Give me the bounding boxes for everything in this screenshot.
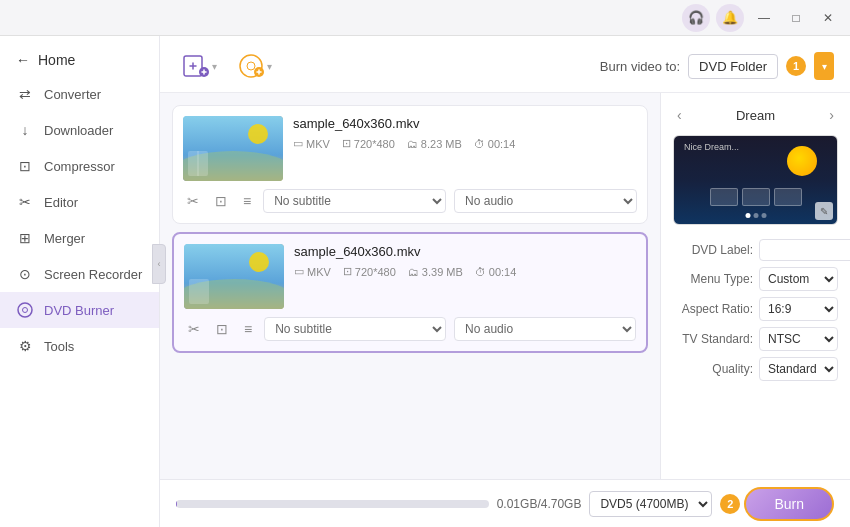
- svg-rect-15: [189, 279, 209, 304]
- file-card-2: sample_640x360.mkv ▭ MKV ⊡ 720*480: [172, 232, 648, 353]
- effects-button-2[interactable]: ≡: [240, 319, 256, 339]
- crop-button-1[interactable]: ⊡: [211, 191, 231, 211]
- file-meta-1: ▭ MKV ⊡ 720*480 🗂 8.23 MB: [293, 137, 637, 150]
- file-thumbnail-2: [184, 244, 284, 309]
- size-info: 0.01GB/4.70GB: [497, 497, 582, 511]
- svg-point-5: [247, 62, 255, 70]
- svg-point-9: [248, 124, 268, 144]
- menu-type-row: Menu Type: Custom None: [673, 267, 838, 291]
- format-icon-2: ▭: [294, 265, 304, 278]
- svg-point-1: [23, 308, 28, 313]
- edit-preview-button[interactable]: ✎: [815, 202, 833, 220]
- audio-select-2[interactable]: No audio: [454, 317, 636, 341]
- sidebar-collapse-button[interactable]: ‹: [152, 244, 166, 284]
- crop-button-2[interactable]: ⊡: [212, 319, 232, 339]
- quality-select[interactable]: Standard High Low: [759, 357, 838, 381]
- aspect-ratio-select[interactable]: 16:9 4:3: [759, 297, 838, 321]
- file-duration-1: ⏱ 00:14: [474, 137, 516, 150]
- right-panel: ‹ Dream › Nice Dream...: [660, 93, 850, 479]
- sidebar-item-dvd-burner[interactable]: DVD Burner: [0, 292, 159, 328]
- theme-prev-button[interactable]: ‹: [673, 105, 686, 125]
- burn-button[interactable]: Burn: [744, 487, 834, 521]
- aspect-ratio-label: Aspect Ratio:: [673, 302, 753, 316]
- add-file-arrow: ▾: [212, 61, 217, 72]
- dream-thumb-2: [742, 188, 770, 206]
- dvd-burner-icon: [16, 301, 34, 319]
- disc-type-select[interactable]: DVD5 (4700MB) DVD9 (8500MB): [589, 491, 712, 517]
- file-format-2: ▭ MKV: [294, 265, 331, 278]
- file-name-2: sample_640x360.mkv: [294, 244, 636, 259]
- sidebar-item-tools[interactable]: ⚙ Tools: [0, 328, 159, 364]
- size-icon-1: 🗂: [407, 138, 418, 150]
- sidebar-item-merger[interactable]: ⊞ Merger: [0, 220, 159, 256]
- dot-1: [745, 213, 750, 218]
- theme-preview: Nice Dream... ✎: [673, 135, 838, 225]
- maximize-button[interactable]: □: [782, 8, 810, 28]
- menu-type-select[interactable]: Custom None: [759, 267, 838, 291]
- file-format-1: ▭ MKV: [293, 137, 330, 150]
- clock-icon-2: ⏱: [475, 266, 486, 278]
- bottom-bar: 0.01GB/4.70GB DVD5 (4700MB) DVD9 (8500MB…: [160, 479, 850, 527]
- burn-folder-dropdown[interactable]: ▾: [814, 52, 834, 80]
- format-icon-1: ▭: [293, 137, 303, 150]
- content-area: ▾ ▾ Burn video to: DVD Folder 1 ▾: [160, 36, 850, 527]
- file-card-1: sample_640x360.mkv ▭ MKV ⊡ 720*480: [172, 105, 648, 224]
- cut-button-2[interactable]: ✂: [184, 319, 204, 339]
- main-layout: ← Home ⇄ Converter ↓ Downloader ⊡ Compre…: [0, 36, 850, 527]
- downloader-icon: ↓: [16, 121, 34, 139]
- subtitle-select-2[interactable]: No subtitle: [264, 317, 446, 341]
- file-controls-1: ✂ ⊡ ≡ No subtitle No audio: [183, 189, 637, 213]
- dvd-folder-button[interactable]: DVD Folder: [688, 54, 778, 79]
- cut-button-1[interactable]: ✂: [183, 191, 203, 211]
- sidebar-label-editor: Editor: [44, 195, 78, 210]
- size-icon-2: 🗂: [408, 266, 419, 278]
- add-file-button[interactable]: ▾: [176, 48, 223, 84]
- audio-select-1[interactable]: No audio: [454, 189, 637, 213]
- subtitle-select-1[interactable]: No subtitle: [263, 189, 446, 213]
- sidebar-label-screen-recorder: Screen Recorder: [44, 267, 142, 282]
- file-resolution-2: ⊡ 720*480: [343, 265, 396, 278]
- file-info-2: sample_640x360.mkv ▭ MKV ⊡ 720*480: [294, 244, 636, 278]
- dream-thumb-3: [774, 188, 802, 206]
- editor-icon: ✂: [16, 193, 34, 211]
- sidebar-item-editor[interactable]: ✂ Editor: [0, 184, 159, 220]
- dream-moon: [787, 146, 817, 176]
- add-media-button[interactable]: ▾: [231, 48, 278, 84]
- sidebar-home[interactable]: ← Home: [0, 44, 159, 76]
- file-duration-2: ⏱ 00:14: [475, 265, 517, 278]
- dvd-label-input[interactable]: [759, 239, 850, 261]
- tv-standard-select[interactable]: NTSC PAL: [759, 327, 838, 351]
- burn-to-label: Burn video to:: [600, 59, 680, 74]
- dvd-settings: DVD Label: Menu Type: Custom None Aspect…: [661, 231, 850, 389]
- merger-icon: ⊞: [16, 229, 34, 247]
- dot-3: [761, 213, 766, 218]
- sidebar-item-screen-recorder[interactable]: ⊙ Screen Recorder: [0, 256, 159, 292]
- burn-to-section: Burn video to: DVD Folder 1 ▾: [600, 52, 834, 80]
- file-resolution-1: ⊡ 720*480: [342, 137, 395, 150]
- minimize-button[interactable]: —: [750, 8, 778, 28]
- res-icon-2: ⊡: [343, 265, 352, 278]
- title-bar: 🎧 🔔 — □ ✕: [0, 0, 850, 36]
- sidebar-home-label: Home: [38, 52, 75, 68]
- top-bar: ▾ ▾ Burn video to: DVD Folder 1 ▾: [160, 36, 850, 93]
- dvd-label-row: DVD Label:: [673, 239, 838, 261]
- dream-thumbnails: [710, 188, 802, 206]
- file-controls-2: ✂ ⊡ ≡ No subtitle No audio: [184, 317, 636, 341]
- burn-wrapper: 2 Burn: [720, 487, 834, 521]
- compressor-icon: ⊡: [16, 157, 34, 175]
- close-button[interactable]: ✕: [814, 8, 842, 28]
- theme-next-button[interactable]: ›: [825, 105, 838, 125]
- effects-button-1[interactable]: ≡: [239, 191, 255, 211]
- badge-2: 2: [720, 494, 740, 514]
- dream-dots: [745, 213, 766, 218]
- file-name-1: sample_640x360.mkv: [293, 116, 637, 131]
- dream-text: Nice Dream...: [684, 142, 739, 152]
- sidebar-item-compressor[interactable]: ⊡ Compressor: [0, 148, 159, 184]
- headphone-icon: 🎧: [682, 4, 710, 32]
- sidebar-item-downloader[interactable]: ↓ Downloader: [0, 112, 159, 148]
- dvd-label-text: DVD Label:: [673, 243, 753, 257]
- svg-point-0: [18, 303, 32, 317]
- sidebar-item-converter[interactable]: ⇄ Converter: [0, 76, 159, 112]
- home-arrow-icon: ←: [16, 52, 30, 68]
- progress-bar-fill: [176, 500, 177, 508]
